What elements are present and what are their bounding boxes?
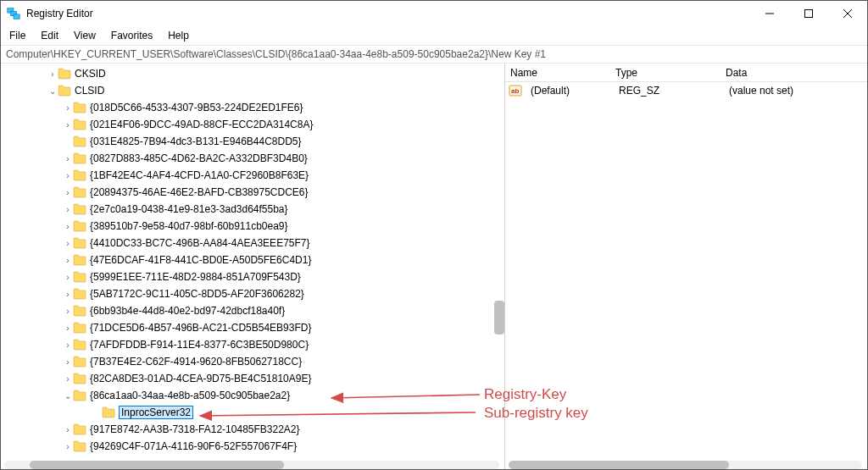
menu-view[interactable]: View bbox=[74, 30, 96, 41]
tree-row[interactable]: ›{917E8742-AA3B-7318-FA12-10485FB322A2} bbox=[1, 421, 504, 438]
tree-row[interactable]: ›{7AFDFDDB-F914-11E4-8377-6C3BE50D980C} bbox=[1, 336, 504, 353]
value-name: (Default) bbox=[526, 85, 619, 97]
folder-icon bbox=[73, 288, 86, 300]
tree-key-label: {021E4F06-9DCC-49AD-88CF-ECC2DA314C8A} bbox=[90, 119, 313, 130]
folder-icon bbox=[73, 203, 86, 215]
expand-icon[interactable]: › bbox=[63, 340, 73, 350]
expand-icon[interactable]: › bbox=[63, 323, 73, 333]
tree-key-editing[interactable]: InprocServer32 bbox=[119, 406, 193, 419]
tree-row[interactable]: ›{7B37E4E2-C62F-4914-9620-8FB5062718CC} bbox=[1, 353, 504, 370]
expand-icon[interactable]: › bbox=[63, 307, 73, 316]
folder-icon bbox=[73, 119, 86, 130]
expand-icon[interactable]: › bbox=[63, 222, 73, 231]
tree-key-label: {7B37E4E2-C62F-4914-9620-8FB5062718CC} bbox=[90, 356, 302, 368]
value-type: REG_SZ bbox=[619, 85, 729, 97]
tree-row[interactable]: ›{5999E1EE-711E-48D2-9884-851A709F543D} bbox=[1, 268, 504, 285]
tree-row[interactable]: ›{94269C4F-071A-4116-90F6-52F557067F4F} bbox=[1, 438, 504, 455]
values-header: Name Type Data bbox=[505, 64, 867, 82]
values-horizontal-scrollbar[interactable] bbox=[509, 461, 862, 469]
tree-row[interactable]: ›{021E4F06-9DCC-49AD-88CF-ECC2DA314C8A} bbox=[1, 116, 504, 133]
tree-key-label: {47E6DCAF-41F8-441C-BD0E-A50D5FE6C4D1} bbox=[90, 254, 311, 266]
tree-key-label: {7AFDFDDB-F914-11E4-8377-6C3BE50D980C} bbox=[90, 339, 309, 351]
menu-help[interactable]: Help bbox=[168, 30, 189, 41]
tree-row[interactable]: ⌄{86ca1aa0-34aa-4e8b-a509-50c905bae2a2} bbox=[1, 387, 504, 404]
tree-key-label: CKSID bbox=[75, 68, 106, 80]
tree-row[interactable]: ›{20894375-46AE-46E2-BAFD-CB38975CDCE6} bbox=[1, 184, 504, 201]
folder-icon bbox=[73, 440, 86, 452]
menu-file[interactable]: File bbox=[9, 30, 25, 41]
value-data: (value not set) bbox=[729, 85, 867, 97]
expand-icon[interactable]: › bbox=[63, 205, 73, 214]
folder-icon bbox=[58, 85, 71, 97]
tree-key-label: {5AB7172C-9C11-405C-8DD5-AF20F3606282} bbox=[90, 288, 304, 300]
tree-row[interactable]: ›{5AB7172C-9C11-405C-8DD5-AF20F3606282} bbox=[1, 285, 504, 302]
tree-key-label: {018D5C66-4533-4307-9B53-224DE2ED1FE6} bbox=[90, 102, 303, 113]
expand-icon[interactable]: › bbox=[63, 239, 73, 248]
expand-icon[interactable]: › bbox=[63, 374, 73, 384]
string-value-icon: ab bbox=[509, 84, 522, 97]
expand-icon[interactable]: ⌄ bbox=[47, 86, 58, 96]
expand-icon[interactable]: › bbox=[63, 154, 73, 163]
tree-horizontal-scrollbar[interactable] bbox=[4, 461, 499, 469]
folder-icon bbox=[73, 102, 86, 113]
svg-text:ab: ab bbox=[511, 87, 519, 95]
menu-edit[interactable]: Edit bbox=[41, 30, 58, 41]
expand-icon[interactable]: › bbox=[47, 69, 58, 79]
folder-icon bbox=[73, 169, 86, 181]
menu-favorites[interactable]: Favorites bbox=[111, 30, 153, 41]
minimize-button[interactable] bbox=[750, 1, 789, 26]
tree-row[interactable]: ›{82CA8DE3-01AD-4CEA-9D75-BE4C51810A9E} bbox=[1, 370, 504, 387]
header-name[interactable]: Name bbox=[505, 67, 615, 79]
expand-icon[interactable]: › bbox=[63, 256, 73, 265]
expand-icon[interactable]: › bbox=[63, 273, 73, 282]
tree-row[interactable]: ›{389510b7-9e58-40d7-98bf-60b911cb0ea9} bbox=[1, 218, 504, 235]
tree-row[interactable]: ›{6bb93b4e-44d8-40e2-bd97-42dbcf18a40f} bbox=[1, 302, 504, 319]
tree-row[interactable]: ›{2e7c0a19-0438-41e9-81e3-3ad3d64f55ba} bbox=[1, 201, 504, 218]
maximize-button[interactable] bbox=[789, 1, 828, 26]
registry-tree[interactable]: ›CKSID⌄CLSID›{018D5C66-4533-4307-9B53-22… bbox=[1, 64, 504, 455]
address-bar[interactable]: Computer\HKEY_CURRENT_USER\Software\Clas… bbox=[1, 45, 867, 64]
tree-row[interactable]: ›{71DCE5D6-4B57-496B-AC21-CD5B54EB93FD} bbox=[1, 319, 504, 336]
tree-key-label: {94269C4F-071A-4116-90F6-52F557067F4F} bbox=[90, 440, 297, 452]
close-button[interactable] bbox=[828, 1, 867, 26]
address-path: Computer\HKEY_CURRENT_USER\Software\Clas… bbox=[6, 48, 546, 60]
tree-row[interactable]: ›{4410DC33-BC7C-496B-AA84-4AEA3EEE75F7} bbox=[1, 235, 504, 252]
folder-icon bbox=[73, 390, 86, 401]
tree-row[interactable]: ›{018D5C66-4533-4307-9B53-224DE2ED1FE6} bbox=[1, 99, 504, 116]
tree-row[interactable]: ›{1BF42E4C-4AF4-4CFD-A1A0-CF2960B8F63E} bbox=[1, 167, 504, 184]
expand-icon[interactable]: ⌄ bbox=[63, 391, 73, 401]
expand-icon[interactable]: › bbox=[63, 425, 73, 434]
folder-icon bbox=[73, 373, 86, 384]
header-data[interactable]: Data bbox=[726, 67, 867, 79]
tree-vertical-scrollbar[interactable] bbox=[494, 140, 504, 326]
expand-icon[interactable]: › bbox=[63, 120, 73, 130]
expand-icon[interactable]: › bbox=[63, 103, 73, 113]
expand-icon[interactable]: › bbox=[63, 290, 73, 299]
expand-icon[interactable]: › bbox=[63, 442, 73, 451]
tree-key-label: {86ca1aa0-34aa-4e8b-a509-50c905bae2a2} bbox=[90, 390, 290, 401]
tree-key-label: {0827D883-485C-4D62-BA2C-A332DBF3D4B0} bbox=[90, 152, 308, 164]
value-row[interactable]: ab (Default) REG_SZ (value not set) bbox=[505, 82, 867, 99]
folder-icon bbox=[73, 220, 86, 232]
tree-key-label: {917E8742-AA3B-7318-FA12-10485FB322A2} bbox=[90, 423, 300, 435]
tree-row[interactable]: ›{47E6DCAF-41F8-441C-BD0E-A50D5FE6C4D1} bbox=[1, 252, 504, 268]
folder-icon bbox=[73, 271, 86, 283]
folder-icon bbox=[73, 322, 86, 334]
folder-icon bbox=[73, 356, 86, 368]
folder-icon bbox=[73, 152, 86, 164]
tree-row[interactable]: ⌄CLSID bbox=[1, 82, 504, 99]
folder-icon bbox=[73, 186, 86, 198]
expand-icon[interactable]: › bbox=[63, 357, 73, 367]
tree-row[interactable]: InprocServer32 bbox=[1, 404, 504, 421]
header-type[interactable]: Type bbox=[615, 67, 726, 79]
tree-row[interactable]: {031E4825-7B94-4dc3-B131-E946B44C8DD5} bbox=[1, 133, 504, 150]
tree-row[interactable]: ›CKSID bbox=[1, 65, 504, 82]
tree-pane: ›CKSID⌄CLSID›{018D5C66-4533-4307-9B53-22… bbox=[1, 64, 505, 469]
tree-key-label: {6bb93b4e-44d8-40e2-bd97-42dbcf18a40f} bbox=[90, 305, 285, 317]
folder-icon bbox=[102, 406, 115, 418]
tree-row[interactable]: ›{0827D883-485C-4D62-BA2C-A332DBF3D4B0} bbox=[1, 150, 504, 167]
expand-icon[interactable]: › bbox=[63, 188, 73, 197]
expand-icon[interactable]: › bbox=[63, 171, 73, 180]
folder-icon bbox=[58, 68, 71, 80]
folder-icon bbox=[73, 339, 86, 351]
